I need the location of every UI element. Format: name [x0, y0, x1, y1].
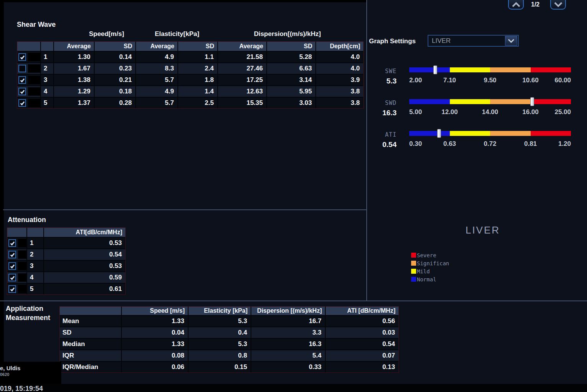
checkbox-cell	[17, 52, 40, 62]
statistic-value: 5.3	[189, 316, 251, 327]
measurement-value: 1.1	[178, 52, 217, 62]
header-cell	[27, 228, 43, 237]
chevron-down-icon[interactable]	[505, 36, 517, 46]
check-icon	[10, 275, 15, 281]
scale-slider-handle[interactable]	[433, 65, 437, 74]
measurement-value: 0.61	[44, 284, 125, 294]
measurement-value: 17.25	[218, 75, 266, 85]
page-down-button[interactable]	[550, 0, 566, 10]
column-header: Speed [m/s]	[122, 307, 188, 315]
ultrasound-results-screen: 1/2 Shear Wave Speed[m/s] Elasticity[kPa…	[0, 0, 587, 392]
legend-color-swatch	[411, 261, 416, 266]
check-icon	[20, 54, 25, 60]
scale-current-value: 16.3	[381, 109, 397, 117]
statistic-value: 16.7	[251, 316, 325, 327]
top-edge-strip	[0, 0, 367, 2]
statistic-value: 16.3	[251, 339, 325, 350]
measurement-value: 1.4	[178, 86, 217, 97]
row-checkbox[interactable]	[18, 76, 26, 84]
statistic-value: 0.4	[189, 327, 251, 338]
statistic-value: 0.07	[326, 350, 398, 361]
row-checkbox[interactable]	[8, 262, 16, 270]
graph-settings-dropdown[interactable]: LIVER	[428, 35, 519, 47]
scale-current-value: 0.54	[381, 140, 397, 149]
dropdown-selected-value: LIVER	[428, 37, 505, 45]
row-number: 5	[27, 284, 43, 294]
checkbox-cell	[7, 238, 26, 248]
exam-timestamp-partial: 019, 15:19:54	[0, 385, 43, 392]
column-header: Dispersion [(m/s)/kHz]	[251, 307, 325, 315]
statistic-value: 0.15	[189, 362, 251, 372]
measurement-value: 4.9	[136, 86, 177, 97]
severity-segment-0	[409, 67, 450, 72]
severity-segment-0	[409, 131, 450, 136]
row-number: 4	[27, 272, 43, 283]
legend-label: Significan	[417, 260, 449, 266]
severity-scale-swd: SWD16.35.0012.0014.0016.0025.00	[381, 98, 573, 124]
statistic-value: 0.33	[251, 362, 325, 372]
measurement-value: 1.67	[54, 63, 94, 74]
severity-segment-2	[490, 99, 531, 104]
severity-segment-1	[450, 131, 490, 136]
color-swatch	[18, 285, 26, 293]
column-header: Average	[136, 42, 177, 51]
scale-slider-handle[interactable]	[530, 97, 534, 106]
column-header: ATI [dB/cm/MHz]	[326, 307, 398, 315]
row-checkbox[interactable]	[8, 239, 16, 247]
measurement-value: 3.8	[316, 86, 363, 97]
statistic-value: 3.3	[251, 327, 325, 338]
statistic-value: 5.3	[189, 339, 251, 350]
attenuation-table: ATI[dB/cm/MHz]10.5320.5430.5340.5950.61	[7, 227, 126, 295]
legend-color-swatch	[411, 253, 416, 258]
color-swatch	[18, 250, 26, 259]
measurement-value: 4.0	[316, 63, 363, 74]
page-up-button[interactable]	[508, 0, 524, 10]
tick-label: 16.00	[522, 108, 539, 116]
tick-label: 2.00	[409, 77, 422, 84]
statistic-value: 5.4	[251, 350, 325, 361]
measurement-value: 0.28	[95, 98, 135, 108]
checkbox-cell	[17, 86, 40, 97]
color-swatch	[18, 273, 26, 282]
dispersion-group-header: Dispersion[(m/s)/kHz]	[254, 30, 321, 38]
row-checkbox[interactable]	[18, 65, 26, 72]
row-number: 2	[41, 63, 53, 74]
tick-label: 12.00	[441, 108, 458, 116]
measurement-value: 0.18	[95, 86, 135, 97]
checkbox-cell	[7, 284, 26, 294]
tick-label: 14.00	[482, 108, 498, 116]
measurement-value: 4.0	[316, 52, 363, 62]
color-swatch	[28, 64, 40, 73]
measurement-value: 1.30	[54, 52, 94, 62]
statistic-value: 1.33	[122, 339, 188, 350]
scale-slider-handle[interactable]	[437, 129, 441, 138]
checkbox-cell	[17, 98, 40, 108]
row-checkbox[interactable]	[18, 99, 26, 107]
severity-scale-ati: ATI0.540.300.630.720.811.20	[381, 129, 573, 156]
legend-item: Severe	[411, 252, 449, 260]
patient-name-partial: e, Uldis	[0, 365, 20, 371]
row-checkbox[interactable]	[18, 88, 26, 95]
tick-label: 1.20	[558, 140, 571, 148]
legend-label: Normal	[417, 276, 436, 283]
row-checkbox[interactable]	[8, 251, 16, 258]
row-number: 3	[27, 261, 43, 271]
statistic-value: 0.54	[326, 339, 398, 350]
statistic-label: IQR/Median	[60, 362, 121, 372]
bottom-strip	[0, 384, 587, 392]
header-cell	[41, 42, 53, 51]
legend-item: Mild	[411, 268, 449, 276]
patient-id-partial: 0620	[0, 372, 9, 377]
row-checkbox[interactable]	[8, 285, 16, 293]
column-header: SD	[178, 42, 217, 51]
measurement-value: 15.35	[218, 98, 266, 108]
measurement-value: 0.54	[44, 249, 125, 260]
check-icon	[20, 100, 25, 106]
statistic-label: Mean	[60, 316, 121, 327]
tick-label: 10.60	[522, 77, 539, 84]
row-checkbox[interactable]	[18, 53, 26, 61]
measurement-value: 12.63	[218, 86, 266, 97]
row-number: 4	[41, 86, 53, 97]
tick-label: 0.30	[409, 140, 422, 148]
row-checkbox[interactable]	[8, 274, 16, 281]
